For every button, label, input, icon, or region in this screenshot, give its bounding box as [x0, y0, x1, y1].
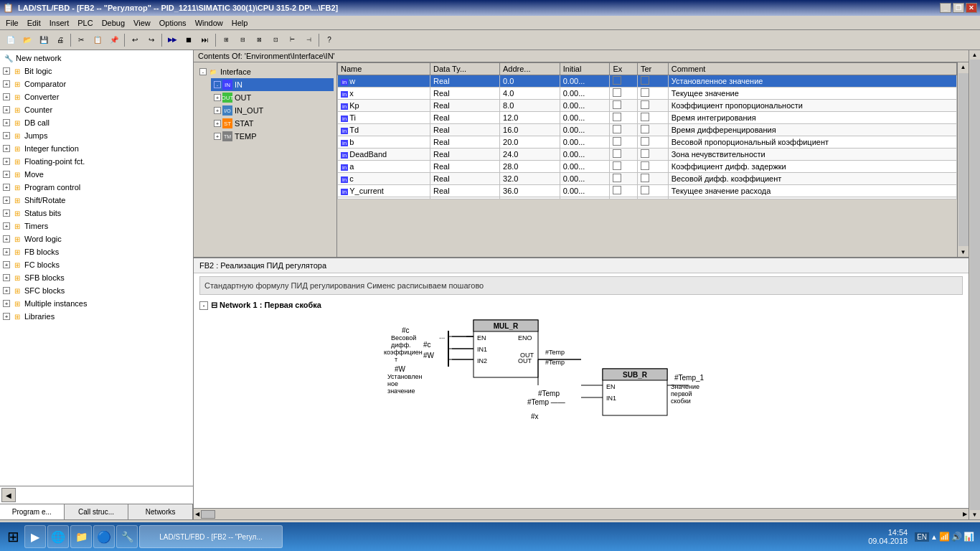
table-row[interactable]: inKp Real 8.0 0.00... Коэффициент пропор…	[338, 100, 957, 112]
tree-float-fn[interactable]: + ⊞ Floating-point fct.	[1, 155, 192, 168]
tb-step[interactable]: ⏭	[197, 32, 213, 48]
inode-in-out[interactable]: + I/O IN_OUT	[211, 104, 334, 117]
tb-redo[interactable]: ↪	[143, 32, 159, 48]
tree-fc-blocks[interactable]: + ⊞ FC blocks	[1, 258, 192, 271]
start-button[interactable]: ⊞	[3, 527, 23, 547]
tree-converter[interactable]: + ⊞ Converter	[1, 90, 192, 103]
taskbar-active-window[interactable]: LAD/STL/FBD - [FB2 -- "Регул...	[139, 525, 283, 548]
fb-blocks-expand[interactable]: +	[3, 248, 10, 255]
table-row[interactable]: inTd Real 16.0 0.00... Время дифференцир…	[338, 124, 957, 136]
multi-inst-expand[interactable]: +	[3, 300, 10, 307]
inode-temp[interactable]: + TM TEMP	[211, 130, 334, 143]
hscroll-thumb[interactable]	[201, 510, 215, 519]
tree-jumps[interactable]: + ⊞ Jumps	[1, 129, 192, 142]
taskbar-app-5[interactable]: 🔧	[116, 525, 138, 548]
main-vscroll-up[interactable]: ▲	[972, 52, 978, 58]
menu-insert[interactable]: Insert	[45, 17, 74, 29]
menu-view[interactable]: View	[129, 17, 155, 29]
jumps-expand[interactable]: +	[3, 132, 10, 139]
timers-expand[interactable]: +	[3, 222, 10, 230]
menu-debug[interactable]: Debug	[98, 17, 129, 29]
tb-open[interactable]: 📂	[19, 32, 35, 48]
counter-expand[interactable]: +	[3, 106, 10, 113]
tree-libraries[interactable]: + ⊞ Libraries	[1, 310, 192, 323]
tb-b4[interactable]: ⊡	[268, 32, 283, 48]
menu-plc[interactable]: PLC	[73, 17, 97, 29]
tree-counter[interactable]: + ⊞ Counter	[1, 103, 192, 116]
menu-window[interactable]: Window	[191, 17, 227, 29]
inode-interface[interactable]: - 📁 Interface	[197, 65, 334, 78]
program-ctrl-expand[interactable]: +	[3, 184, 10, 191]
tb-help[interactable]: ?	[321, 32, 337, 48]
table-row[interactable]: inDeadBand Real 24.0 0.00... Зона нечувс…	[338, 149, 957, 161]
tab-program-e[interactable]: Program e...	[0, 504, 65, 519]
table-row[interactable]: inx Real 4.0 0.00... Текущее значение	[338, 88, 957, 100]
tb-undo[interactable]: ↩	[127, 32, 143, 48]
tb-b5[interactable]: ⊢	[284, 32, 300, 48]
float-fn-expand[interactable]: +	[3, 158, 10, 165]
bottom-hscrollbar[interactable]: ◀ ▶	[194, 508, 969, 519]
tb-b6[interactable]: ⊣	[301, 32, 316, 48]
tb-paste[interactable]: 📌	[106, 32, 122, 48]
tree-comparator[interactable]: + ⊞ Comparator	[1, 77, 192, 90]
tree-shift-rotate[interactable]: + ⊞ Shift/Rotate	[1, 194, 192, 207]
tb-save[interactable]: 💾	[36, 32, 52, 48]
restore-btn[interactable]: ❐	[953, 3, 964, 13]
minimize-btn[interactable]: _	[940, 3, 951, 13]
taskbar-app-3[interactable]: 📁	[70, 525, 92, 548]
inode-in-expand[interactable]: -	[214, 81, 221, 88]
inode-out[interactable]: + OUT OUT	[211, 91, 334, 104]
taskbar-app-chrome[interactable]: 🔵	[93, 525, 115, 548]
tb-b1[interactable]: ⊞	[218, 32, 234, 48]
hscroll-right-btn[interactable]: ▶	[961, 509, 969, 519]
tree-db-call[interactable]: + ⊞ DB call	[1, 116, 192, 129]
tb-b2[interactable]: ⊟	[235, 32, 250, 48]
scroll-thumb[interactable]	[958, 73, 969, 246]
main-vscroll-down[interactable]: ▼	[972, 512, 978, 518]
fc-blocks-expand[interactable]: +	[3, 261, 10, 268]
word-logic-expand[interactable]: +	[3, 235, 10, 242]
collapse-panel-btn[interactable]: ◀	[1, 488, 16, 502]
taskbar-app-2[interactable]: 🌐	[47, 525, 69, 548]
integer-fn-expand[interactable]: +	[3, 145, 10, 152]
libraries-expand[interactable]: +	[3, 313, 10, 320]
diagram-scroll[interactable]: MUL_R EN ENO IN1 IN2 OUT	[194, 313, 969, 508]
sfb-blocks-expand[interactable]: +	[3, 274, 10, 281]
table-row[interactable]: inw Real 0.0 0.00... Установленное значе…	[338, 75, 957, 88]
bit-logic-expand[interactable]: +	[3, 67, 10, 75]
menu-help[interactable]: Help	[227, 17, 253, 29]
inode-io-expand[interactable]: +	[214, 107, 221, 114]
contents-vscrollbar[interactable]: ▲ ▼	[957, 62, 969, 257]
tree-move[interactable]: + ⊞ Move	[1, 168, 192, 181]
tb-copy[interactable]: 📋	[90, 32, 105, 48]
scroll-down-btn[interactable]: ▼	[959, 248, 968, 257]
tb-new[interactable]: 📄	[3, 32, 19, 48]
shift-rotate-expand[interactable]: +	[3, 197, 10, 204]
table-row[interactable]: inTi Real 12.0 0.00... Время интегрирова…	[338, 112, 957, 124]
tree-multiple-inst[interactable]: + ⊞ Multiple instances	[1, 297, 192, 310]
tree-fb-blocks[interactable]: + ⊞ FB blocks	[1, 245, 192, 258]
tree-word-logic[interactable]: + ⊞ Word logic	[1, 232, 192, 245]
menu-options[interactable]: Options	[155, 17, 191, 29]
taskbar-app-1[interactable]: ▶	[24, 525, 46, 548]
scroll-up-btn[interactable]: ▲	[959, 62, 968, 72]
tree-bit-logic[interactable]: + ⊞ Bit logic	[1, 65, 192, 77]
tab-networks[interactable]: Networks	[128, 504, 193, 519]
menu-file[interactable]: File	[1, 17, 23, 29]
tree-status-bits[interactable]: + ⊞ Status bits	[1, 207, 192, 220]
table-row-empty[interactable]	[338, 197, 957, 199]
main-vscroll-thumb[interactable]	[970, 60, 980, 510]
move-expand[interactable]: +	[3, 171, 10, 178]
tree-sfb-blocks[interactable]: + ⊞ SFB blocks	[1, 271, 192, 284]
tb-compile[interactable]: ▶▶	[164, 32, 180, 48]
inode-temp-expand[interactable]: +	[214, 133, 221, 140]
table-row[interactable]: inb Real 20.0 0.00... Весовой пропорцион…	[338, 136, 957, 149]
network1-collapse[interactable]: -	[199, 301, 208, 310]
main-vscrollbar[interactable]: ▲ ▼	[969, 50, 980, 519]
tb-cut[interactable]: ✂	[73, 32, 89, 48]
close-btn[interactable]: ✕	[966, 3, 977, 13]
menu-edit[interactable]: Edit	[23, 17, 45, 29]
tab-call-struc[interactable]: Call struc...	[65, 504, 129, 519]
tray-up-arrow[interactable]: ▲	[930, 533, 938, 541]
tree-integer-fn[interactable]: + ⊞ Integer function	[1, 142, 192, 155]
